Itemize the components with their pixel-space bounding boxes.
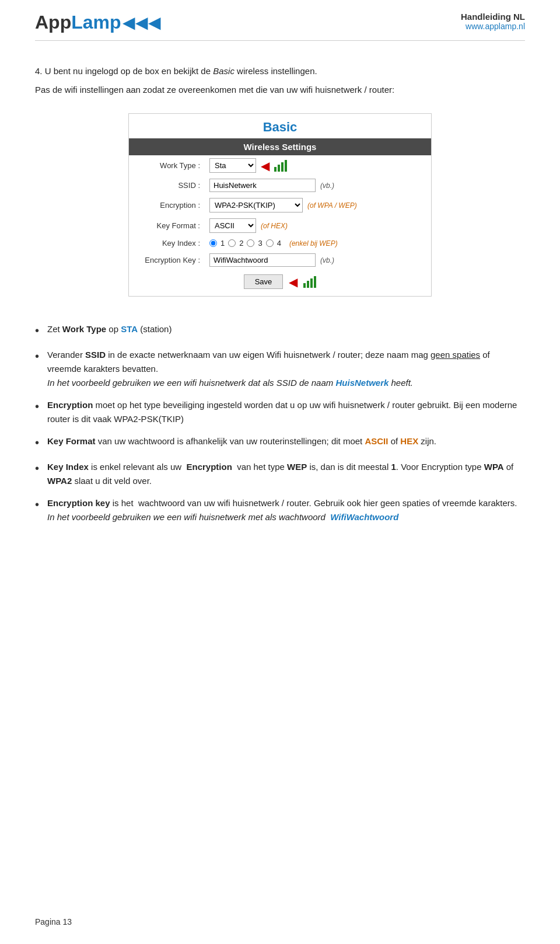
keyformat-label: Key Format : [129, 215, 205, 236]
keyindex-radio-3[interactable] [247, 239, 254, 247]
bullet-ssid: • Verander SSID in de exacte netwerknaam… [35, 348, 525, 390]
worktype-bold: Work Type [62, 324, 106, 334]
intro-paragraph-2: Pas de wifi instellingen aan zodat ze ov… [35, 83, 525, 97]
page-footer: Pagina 13 [35, 917, 72, 926]
logo: AppLamp ◀◀◀ [35, 12, 161, 33]
encryption-input-cell: WPA2-PSK(TKIP) (of WPA / WEP) [205, 195, 431, 215]
ssid-geen-spaties: geen spaties [430, 350, 480, 360]
bullet-encryption: • Encryption moet op het type beveiligin… [35, 398, 525, 426]
header-right: Handleiding NL www.applamp.nl [461, 12, 525, 31]
keyindex-radio-2[interactable] [228, 239, 236, 247]
ui-mockup-wrapper: Basic Wireless Settings Work Type : Sta … [35, 102, 525, 308]
logo-waves-icon: ◀◀◀ [123, 13, 161, 32]
keyformat-input-cell: ASCII (of HEX) [205, 215, 431, 236]
main-content: 4. U bent nu ingelogd op de box en bekij… [35, 58, 525, 538]
keyindex-encryption-bold: Encryption [186, 462, 232, 472]
encryptionkey-wifiwachtwoord: WifiWachtwoord [330, 512, 398, 522]
bullet-text-2: Verander SSID in de exacte netwerknaam v… [47, 348, 525, 390]
settings-table: Work Type : Sta ◀ [129, 155, 431, 270]
worktype-arrow-icon: ◀ [261, 159, 270, 173]
keyindex-1-bold: 1 [391, 462, 396, 472]
bullet-encryptionkey: • Encryption key is het wachtwoord van u… [35, 496, 525, 524]
intro-line2: Pas de wifi instellingen aan zodat ze ov… [35, 85, 394, 95]
basic-title: Basic [129, 120, 431, 135]
keyindex-wep-bold: WEP [287, 462, 307, 472]
encryptionkey-bold: Encryption key [47, 498, 110, 508]
table-row: Key Format : ASCII (of HEX) [129, 215, 431, 236]
encryptionkey-label: Encryption Key : [129, 250, 205, 270]
bullet-dot-5: • [35, 459, 39, 478]
keyformat-hex: HEX [400, 436, 418, 446]
keyindex-radio-4[interactable] [266, 239, 274, 247]
keyindex-wpa2-bold: WPA2 [47, 476, 72, 486]
keyindex-label-1: 1 [220, 239, 225, 248]
encryptionkey-italic-line: In het voorbeeld gebruiken we een wifi h… [47, 512, 398, 522]
encryption-bold: Encryption [47, 400, 93, 410]
ssid-input[interactable] [209, 179, 316, 192]
keyformat-bold: Key Format [47, 436, 96, 446]
worktype-bars-icon [274, 160, 287, 172]
ssid-input-cell: (vb.) [205, 176, 431, 195]
keyindex-label-2: 2 [239, 239, 243, 248]
keyformat-select[interactable]: ASCII [209, 218, 256, 233]
page-header: AppLamp ◀◀◀ Handleiding NL www.applamp.n… [35, 12, 525, 41]
logo-app: App [35, 12, 71, 33]
logo-lamp: Lamp [71, 12, 121, 33]
bullet-dot-4: • [35, 433, 39, 452]
keyindex-note: (enkel bij WEP) [289, 239, 338, 248]
keyindex-input-cell: 1 2 3 4 (enkel bij WEP) [205, 236, 431, 250]
table-row: Work Type : Sta ◀ [129, 155, 431, 176]
table-row: SSID : (vb.) [129, 176, 431, 195]
bullet-dot-1: • [35, 321, 39, 340]
keyindex-label-4: 4 [277, 239, 281, 248]
header-url: www.applamp.nl [461, 22, 525, 31]
ssid-bold: SSID [85, 350, 106, 360]
worktype-sta: STA [121, 324, 138, 334]
keyindex-label-3: 3 [258, 239, 262, 248]
bullet-keyindex: • Key Index is enkel relevant als uw Enc… [35, 460, 525, 488]
ui-mockup: Basic Wireless Settings Work Type : Sta … [128, 113, 432, 297]
encryptionkey-input-cell: (vb.) [205, 250, 431, 270]
keyindex-bold: Key Index [47, 462, 89, 472]
bullet-text-3: Encryption moet op het type beveiliging … [47, 398, 525, 426]
bullet-worktype: • Zet Work Type op STA (station) [35, 322, 525, 340]
wireless-settings-header: Wireless Settings [129, 138, 431, 155]
worktype-select[interactable]: Sta [209, 158, 256, 173]
encryptionkey-input[interactable] [209, 253, 316, 267]
bullet-keyformat: • Key Format van uw wachtwoord is afhank… [35, 434, 525, 452]
save-row: Save ◀ [129, 270, 431, 296]
table-row: Key Index : 1 2 3 4 (enk [129, 236, 431, 250]
keyformat-note: (of HEX) [261, 222, 288, 230]
keyformat-ascii: ASCII [365, 436, 388, 446]
ssid-label: SSID : [129, 176, 205, 195]
keyindex-radio-1[interactable] [209, 239, 217, 247]
bullet-text-5: Key Index is enkel relevant als uw Encry… [47, 460, 525, 488]
table-row: Encryption : WPA2-PSK(TKIP) (of WPA / WE… [129, 195, 431, 215]
bullet-text-1: Zet Work Type op STA (station) [47, 322, 525, 336]
bullet-dot-2: • [35, 347, 39, 365]
intro-line1-italic: Basic [213, 66, 235, 76]
ssid-italic-line: In het voorbeeld gebruiken we een wifi h… [47, 378, 413, 388]
header-title: Handleiding NL [461, 12, 525, 22]
intro-line1-end: wireless instellingen. [235, 66, 317, 76]
bullet-dot-3: • [35, 397, 39, 416]
encryption-select[interactable]: WPA2-PSK(TKIP) [209, 198, 303, 213]
ssid-huisnetwerk: HuisNetwerk [335, 378, 388, 388]
encryption-note: (of WPA / WEP) [307, 201, 357, 210]
table-row: Encryption Key : (vb.) [129, 250, 431, 270]
intro-line1-pre: 4. U bent nu ingelogd op de box en bekij… [35, 66, 213, 76]
bullet-text-6: Encryption key is het wachtwoord van uw … [47, 496, 525, 524]
encryptionkey-note: (vb.) [320, 256, 334, 264]
keyindex-wpa-bold: WPA [484, 462, 504, 472]
worktype-label: Work Type : [129, 155, 205, 176]
page-number: Pagina 13 [35, 917, 72, 926]
save-button[interactable]: Save [244, 274, 284, 289]
bullet-dot-6: • [35, 495, 39, 514]
bullet-section: • Zet Work Type op STA (station) • Veran… [35, 322, 525, 524]
save-bars-icon [303, 276, 316, 288]
keyindex-label: Key Index : [129, 236, 205, 250]
intro-paragraph-1: 4. U bent nu ingelogd op de box en bekij… [35, 64, 525, 78]
bullet-text-4: Key Format van uw wachtwoord is afhankel… [47, 434, 525, 448]
encryption-label: Encryption : [129, 195, 205, 215]
save-arrow-icon: ◀ [289, 275, 298, 289]
